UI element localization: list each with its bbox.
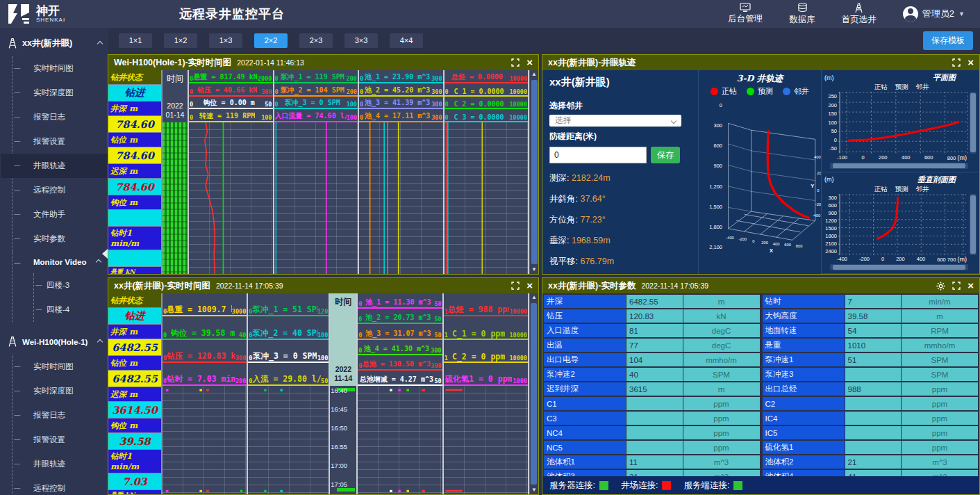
plan-view-canvas (838, 92, 968, 154)
scroll-down-icon[interactable]: ▼ (531, 266, 537, 274)
curve-track-2: 0泵冲_1 = 119 SPM200 0泵冲_2 = 104 SPM200 0泵… (274, 70, 360, 274)
param-label: 钩位 m (108, 195, 161, 210)
gear-icon[interactable] (936, 282, 945, 291)
activity-bar (337, 488, 355, 492)
sidebar-item[interactable]: 实时时间图 (13, 56, 108, 81)
param-label: 钻时1min/m (108, 227, 161, 250)
layout-button[interactable]: 1×1 (119, 33, 152, 48)
derrick-icon (854, 3, 864, 13)
param-unit: mmho/m (902, 339, 978, 352)
table-row: 出温 77 degC 悬重 1010 mmho/m (544, 339, 978, 352)
svg-text:0: 0 (752, 239, 754, 243)
nav-database[interactable]: 数据库 (789, 3, 815, 26)
layout-button[interactable]: 2×3 (299, 33, 333, 48)
param-value: 7.03 (108, 473, 161, 490)
plot3d-canvas: -400-2000 200400600800 X Y 2000-200-400 … (724, 98, 821, 274)
sidebar-item[interactable]: 文件助手 (13, 202, 108, 227)
sidebar-item[interactable]: 实时深度图 (13, 81, 108, 105)
panel-header: xx井(新井眼)-实时参数 2022-11-14 17:05:39 (542, 278, 979, 293)
expand-icon[interactable] (511, 282, 520, 290)
well-2-items: 实时时间图实时深度图报警日志报警设置井眼轨迹远程控制文件助手 (12, 355, 108, 495)
save-button[interactable]: 保存 (651, 147, 680, 163)
nav-backstage[interactable]: 后台管理 (728, 3, 763, 25)
layout-button[interactable]: 2×2 (254, 33, 288, 48)
sidebar-item[interactable]: 远程控制 (13, 178, 108, 202)
param-value: 41 (845, 470, 902, 476)
status-item: 井场连接: (621, 480, 671, 492)
table-row: C3 ppm IC4 ppm (544, 412, 978, 425)
scroll-down-icon[interactable]: ▼ (531, 486, 537, 494)
legend-item: 邻井 (783, 86, 809, 97)
well-name: xx井(新井眼) (549, 76, 691, 89)
sidebar-video-item[interactable]: 四楼-4 (34, 298, 108, 322)
plan-view-vscrollbar[interactable] (970, 92, 977, 154)
panel-header: xx井(新井眼)-井眼轨迹 × (542, 55, 979, 70)
scrollbar-thumb[interactable] (531, 80, 538, 264)
layout-button[interactable]: 1×2 (164, 33, 197, 48)
close-icon[interactable]: × (526, 58, 533, 67)
brand-name-cn: 神开 (36, 5, 65, 17)
shenkai-logo-icon (7, 3, 31, 25)
section-view-hscrollbar[interactable] (830, 264, 968, 270)
expand-icon[interactable] (952, 58, 961, 67)
sidebar-item[interactable]: 实时时间图 (13, 355, 108, 379)
stat-line: 测深: 2182.24m (549, 172, 691, 184)
scroll-up-icon[interactable]: ▲ (531, 293, 537, 302)
expand-icon[interactable] (952, 282, 961, 290)
close-icon[interactable]: × (967, 58, 974, 67)
plot3d-legend: 正钻 预测 邻井 (711, 86, 809, 97)
sidebar-item[interactable]: 报警日志 (13, 105, 108, 129)
param-value: 6482.55 (108, 339, 161, 356)
curve-header: 0转速 = 119 RPM100 (189, 109, 273, 122)
param-value (108, 210, 161, 227)
curve-header: 0池_4 = 17.11 m^3300 (359, 109, 443, 122)
sidebar-video-item[interactable]: 四楼-3 (34, 273, 108, 298)
layout-button[interactable]: 4×4 (390, 33, 423, 48)
nav-home-well-select[interactable]: 首页选井 (842, 3, 877, 26)
user-menu[interactable]: 管理员2 ▼ (903, 6, 965, 22)
page-title: 远程录井监控平台 (179, 6, 285, 22)
scroll-up-icon[interactable]: ▲ (531, 70, 537, 79)
sidebar-item[interactable]: 实时参数 (13, 227, 108, 251)
plan-view-legend: 正钻 预测 邻井 (824, 83, 977, 92)
sidebar-item[interactable]: 井眼轨迹 (13, 452, 108, 476)
chevron-down-icon (671, 117, 676, 123)
table-row: NC5 ppm 硫化氢1 ppm (544, 441, 978, 454)
param-unit: RPM (902, 324, 978, 337)
sidebar-item[interactable]: 井眼轨迹 (1, 154, 108, 178)
plan-view-hscrollbar[interactable] (830, 163, 968, 169)
save-template-button[interactable]: 保存模板 (923, 31, 973, 50)
sidebar-item[interactable]: 报警设置 (13, 129, 108, 154)
curve-track-3: 0池_1 = 23.90 m^3300 0池_2 = 45.20 m^3300 … (359, 70, 445, 274)
trajectory-side-views: (m) 平面图 正钻 预测 (821, 70, 979, 274)
legend-item: 预测 (747, 86, 773, 97)
close-icon[interactable]: × (967, 282, 974, 290)
param-name: 泵冲速1 (763, 353, 845, 366)
offset-well-select[interactable]: 选择 (549, 115, 681, 127)
section-view: (m) 垂直剖面图 正钻 预测 (822, 172, 979, 275)
param-unit: ppm (902, 382, 978, 396)
param-value (845, 441, 902, 454)
param-value (845, 397, 902, 410)
param-name: 泵冲速2 (544, 368, 626, 381)
sidebar-well-1[interactable]: xx井(新井眼) (0, 28, 108, 56)
section-view-vscrollbar[interactable] (970, 194, 977, 256)
sidebar-well-2[interactable]: Wei-H100(Hole-1) (0, 322, 108, 355)
layout-button[interactable]: 3×3 (344, 33, 378, 48)
close-icon[interactable]: × (526, 282, 533, 290)
expand-icon[interactable] (511, 58, 520, 67)
sidebar-item-monitor-video[interactable]: Monitor Video (13, 251, 108, 273)
param-name: 池体积1 (544, 455, 626, 469)
scrollbar-thumb[interactable] (531, 303, 537, 485)
param-value (626, 412, 683, 425)
sidebar-collapse-handle[interactable] (102, 249, 108, 259)
sidebar-item[interactable]: 实时深度图 (13, 379, 108, 403)
sidebar-item[interactable]: 报警设置 (13, 428, 108, 452)
sidebar-item[interactable]: 报警日志 (13, 403, 108, 428)
param-value: 77 (626, 339, 683, 352)
layout-button[interactable]: 1×3 (209, 33, 242, 48)
chart-vertical-scrollbar[interactable]: ▲ ▼ (529, 293, 538, 494)
chart-vertical-scrollbar[interactable]: ▲ ▼ (529, 70, 538, 274)
sidebar-item[interactable]: 远程控制 (13, 476, 108, 495)
anti-collision-input[interactable] (549, 147, 647, 163)
